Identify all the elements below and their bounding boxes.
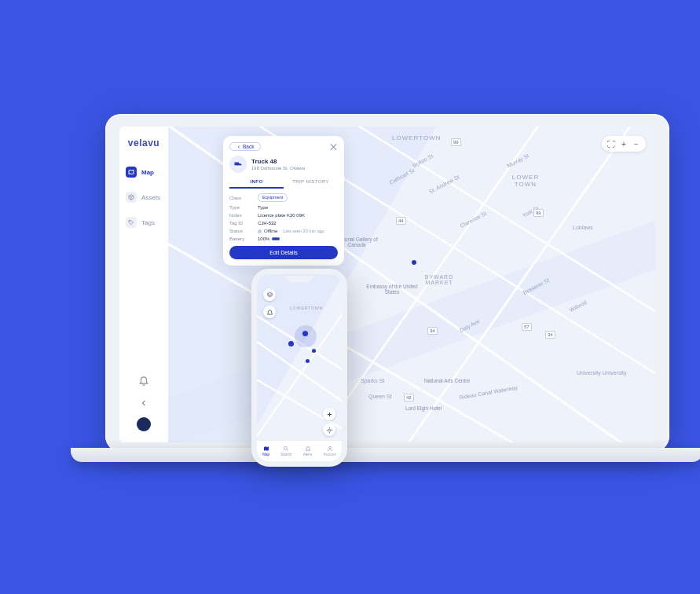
phone-alerts-button[interactable] [263, 306, 276, 318]
back-button-label: Back [243, 144, 254, 149]
asset-detail-panel: Back Truck 48 198 Dalhousie St, Ottawa [223, 136, 344, 266]
brand-logo: velavu [128, 138, 159, 148]
svg-point-4 [284, 446, 288, 449]
field-label-tagid: Tag ID [229, 221, 258, 226]
svg-point-2 [240, 166, 241, 167]
field-label-type: Type [229, 205, 258, 210]
field-value-type: Type [258, 205, 268, 210]
street-besserer: Besserer St [522, 277, 550, 295]
phone-tab-search[interactable]: Search [280, 446, 291, 456]
tab-info[interactable]: INFO [229, 179, 284, 189]
asset-address: 198 Dalhousie St, Ottawa [251, 166, 305, 170]
phone-notch [285, 276, 313, 282]
street-daly: Daly Ave [459, 318, 481, 333]
cube-icon [126, 192, 137, 203]
sidebar-item-map[interactable]: Map [119, 164, 168, 180]
area-label-byward: BYWARD MARKET [420, 274, 459, 285]
field-label-class: Class [229, 196, 258, 200]
status-dot-icon [258, 229, 262, 233]
street-wilbrod: Wilbrod [569, 299, 588, 313]
phone-frame: LOWERTOWN Map [251, 269, 347, 467]
street-queen: Queen St [368, 394, 392, 399]
phone-pin-1[interactable] [288, 341, 294, 346]
map-recenter-button[interactable]: ⛶ [607, 139, 616, 148]
asset-pin[interactable] [412, 260, 416, 265]
user-icon [327, 446, 333, 452]
phone-locate-button[interactable] [323, 424, 335, 436]
close-icon[interactable] [330, 143, 338, 151]
chevron-left-icon[interactable] [139, 397, 148, 406]
battery-icon [272, 237, 280, 240]
map-icon [263, 446, 269, 452]
field-value-notes: Licence plate K20 09K [258, 213, 305, 218]
poi-univ: University University [577, 370, 620, 376]
phone-tab-account[interactable]: Account [324, 446, 336, 456]
map-zoom-out-button[interactable]: − [632, 139, 641, 148]
phone-layers-button[interactable] [263, 288, 276, 301]
phone-pin-4[interactable] [312, 349, 316, 353]
field-label-notes: Notes [229, 213, 258, 218]
phone-tab-label: Account [324, 453, 336, 456]
poi-loblaws: Loblaws [573, 225, 593, 230]
laptop-frame: velavu Map Assets Ta [105, 114, 669, 452]
edit-details-button[interactable]: Edit Details [229, 246, 338, 259]
search-icon [283, 446, 289, 452]
sidebar-item-label: Map [141, 169, 154, 176]
route-42: 42 [404, 394, 414, 402]
street-clarence: Clarence St [459, 211, 487, 229]
tab-trip-history[interactable]: TRIP HISTORY [284, 179, 338, 189]
phone-tab-alerts[interactable]: Alerts [303, 446, 313, 456]
svg-point-5 [328, 446, 331, 449]
svg-point-3 [328, 429, 331, 431]
route-99b: 99 [533, 209, 544, 217]
phone-location-halo [295, 325, 317, 347]
poi-nac: National Arts Centre [420, 378, 475, 383]
map-zoom-in-button[interactable]: + [619, 139, 629, 148]
route-34b: 34 [545, 331, 555, 339]
sidebar-item-label: Tags [141, 219, 155, 226]
field-value-tagid: CJH-532 [258, 221, 277, 226]
svg-point-1 [236, 166, 237, 167]
phone-map-canvas[interactable]: LOWERTOWN [257, 274, 342, 461]
back-button[interactable]: Back [229, 142, 261, 151]
route-44: 44 [396, 217, 406, 225]
route-34: 34 [427, 327, 438, 335]
street-cathcart: Cathcart St [388, 167, 415, 185]
phone-tab-bar: Map Search Alerts Account [257, 441, 342, 461]
phone-tab-label: Search [280, 453, 291, 456]
field-value-class: Equipment [258, 193, 288, 202]
sidebar-item-tags[interactable]: Tags [119, 214, 168, 230]
status-note: Last seen 20 min ago [283, 229, 324, 233]
sidebar-item-label: Assets [141, 194, 160, 201]
phone-add-button[interactable] [323, 408, 335, 420]
map-icon [126, 167, 137, 178]
phone-tab-map[interactable]: Map [262, 446, 269, 456]
field-value-battery: 100% [258, 236, 269, 241]
phone-pin-3[interactable] [306, 359, 310, 363]
sidebar-item-assets[interactable]: Assets [119, 189, 168, 205]
street-standrew: St. Andrew St [428, 174, 460, 194]
app-screen: velavu Map Assets Ta [119, 126, 655, 442]
bell-icon[interactable] [138, 375, 149, 386]
area-label-lowertown2: LOWER TOWN [506, 174, 545, 188]
area-label-lowertown: LOWERTOWN [392, 134, 441, 141]
phone-area-label: LOWERTOWN [290, 306, 323, 310]
field-label-status: Status [229, 229, 258, 233]
poi-lordelgin: Lord Elgin Hotel [400, 405, 447, 411]
route-99: 99 [451, 138, 461, 146]
avatar[interactable] [137, 417, 151, 431]
field-label-battery: Battery [229, 236, 258, 241]
phone-tab-label: Alerts [303, 453, 313, 456]
street-bolton: Bolton St [412, 153, 434, 169]
route-57: 57 [522, 323, 532, 331]
phone-pin-2[interactable] [302, 331, 308, 336]
asset-title: Truck 48 [251, 158, 305, 165]
svg-point-0 [130, 221, 130, 222]
phone-tab-label: Map [262, 453, 269, 456]
laptop-base [71, 448, 700, 462]
map-canvas[interactable]: LOWERTOWN LOWER TOWN BYWARD MARKET Bolto… [168, 126, 655, 442]
tag-icon [126, 217, 137, 228]
bell-icon [305, 446, 311, 452]
sidebar: velavu Map Assets Ta [119, 126, 168, 442]
poi-rideau: Rideau Canal Waterway [459, 385, 518, 401]
